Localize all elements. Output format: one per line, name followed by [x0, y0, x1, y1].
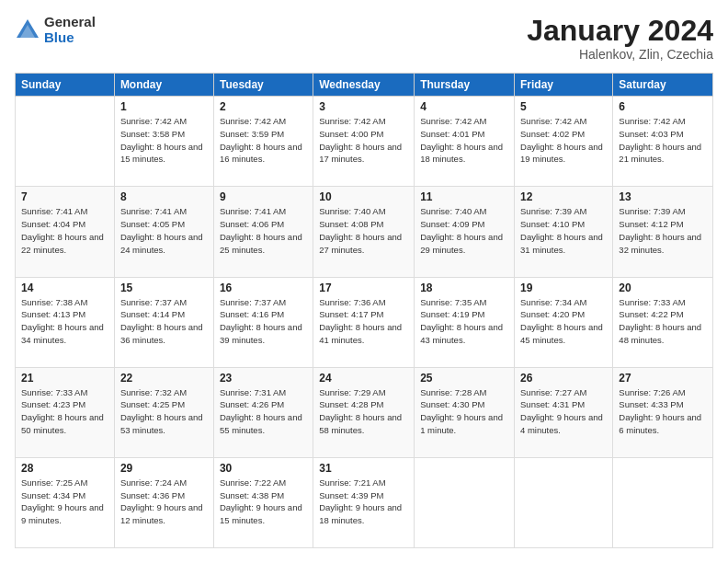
- day-number: 7: [21, 190, 108, 203]
- calendar-cell: 3Sunrise: 7:42 AMSunset: 4:00 PMDaylight…: [313, 97, 415, 187]
- calendar-cell: 1Sunrise: 7:42 AMSunset: 3:58 PMDaylight…: [114, 97, 213, 187]
- calendar-cell: 28Sunrise: 7:25 AMSunset: 4:34 PMDayligh…: [16, 457, 115, 547]
- calendar-cell: 19Sunrise: 7:34 AMSunset: 4:20 PMDayligh…: [515, 277, 613, 367]
- day-number: 30: [220, 462, 307, 475]
- header-monday: Monday: [114, 74, 213, 97]
- day-number: 2: [220, 100, 307, 113]
- calendar-cell: 10Sunrise: 7:40 AMSunset: 4:08 PMDayligh…: [313, 187, 415, 277]
- day-info: Sunrise: 7:39 AMSunset: 4:12 PMDaylight:…: [619, 206, 701, 254]
- calendar-cell: 30Sunrise: 7:22 AMSunset: 4:38 PMDayligh…: [213, 457, 313, 547]
- day-number: 31: [319, 462, 408, 475]
- day-info: Sunrise: 7:41 AMSunset: 4:05 PMDaylight:…: [120, 206, 203, 254]
- day-number: 4: [420, 100, 508, 113]
- day-number: 9: [220, 190, 307, 203]
- calendar-cell: 23Sunrise: 7:31 AMSunset: 4:26 PMDayligh…: [213, 367, 313, 457]
- day-info: Sunrise: 7:29 AMSunset: 4:28 PMDaylight:…: [319, 387, 402, 435]
- day-number: 6: [619, 100, 707, 113]
- day-info: Sunrise: 7:42 AMSunset: 4:01 PMDaylight:…: [420, 116, 503, 164]
- calendar-page: General Blue January 2024 Halenkov, Zlin…: [0, 0, 728, 563]
- day-number: 18: [420, 282, 508, 294]
- calendar-cell: 7Sunrise: 7:41 AMSunset: 4:04 PMDaylight…: [16, 187, 115, 277]
- weekday-header-row: Sunday Monday Tuesday Wednesday Thursday…: [16, 74, 713, 97]
- day-number: 21: [21, 372, 108, 385]
- day-info: Sunrise: 7:21 AMSunset: 4:39 PMDaylight:…: [319, 477, 402, 525]
- day-info: Sunrise: 7:41 AMSunset: 4:06 PMDaylight:…: [220, 206, 302, 254]
- day-info: Sunrise: 7:31 AMSunset: 4:26 PMDaylight:…: [220, 387, 302, 435]
- calendar-cell: 17Sunrise: 7:36 AMSunset: 4:17 PMDayligh…: [313, 277, 415, 367]
- day-number: 19: [520, 282, 607, 294]
- calendar-cell: 26Sunrise: 7:27 AMSunset: 4:31 PMDayligh…: [515, 367, 613, 457]
- day-number: 12: [520, 190, 607, 203]
- logo-blue: Blue: [44, 30, 96, 46]
- day-number: 10: [319, 190, 408, 203]
- day-info: Sunrise: 7:42 AMSunset: 4:03 PMDaylight:…: [619, 116, 701, 164]
- day-number: 3: [319, 100, 408, 113]
- day-number: 25: [420, 372, 508, 385]
- calendar-week-row: 1Sunrise: 7:42 AMSunset: 3:58 PMDaylight…: [16, 97, 713, 187]
- calendar-cell: 2Sunrise: 7:42 AMSunset: 3:59 PMDaylight…: [213, 97, 313, 187]
- calendar-cell: 5Sunrise: 7:42 AMSunset: 4:02 PMDaylight…: [515, 97, 613, 187]
- calendar-cell: [16, 97, 115, 187]
- calendar-cell: 22Sunrise: 7:32 AMSunset: 4:25 PMDayligh…: [114, 367, 213, 457]
- calendar-cell: 4Sunrise: 7:42 AMSunset: 4:01 PMDaylight…: [415, 97, 515, 187]
- header-friday: Friday: [515, 74, 613, 97]
- calendar-cell: [613, 457, 713, 547]
- day-info: Sunrise: 7:40 AMSunset: 4:08 PMDaylight:…: [319, 206, 402, 254]
- day-number: 13: [619, 190, 707, 203]
- logo-text: General Blue: [44, 15, 96, 45]
- day-number: 11: [420, 190, 508, 203]
- header: General Blue January 2024 Halenkov, Zlin…: [15, 15, 713, 62]
- calendar-week-row: 21Sunrise: 7:33 AMSunset: 4:23 PMDayligh…: [16, 367, 713, 457]
- day-number: 20: [619, 282, 707, 294]
- calendar-cell: 25Sunrise: 7:28 AMSunset: 4:30 PMDayligh…: [415, 367, 515, 457]
- calendar-cell: 9Sunrise: 7:41 AMSunset: 4:06 PMDaylight…: [213, 187, 313, 277]
- header-tuesday: Tuesday: [213, 74, 313, 97]
- day-info: Sunrise: 7:32 AMSunset: 4:25 PMDaylight:…: [120, 387, 203, 435]
- calendar-week-row: 7Sunrise: 7:41 AMSunset: 4:04 PMDaylight…: [16, 187, 713, 277]
- day-info: Sunrise: 7:42 AMSunset: 4:02 PMDaylight:…: [520, 116, 603, 164]
- calendar-week-row: 14Sunrise: 7:38 AMSunset: 4:13 PMDayligh…: [16, 277, 713, 367]
- day-info: Sunrise: 7:42 AMSunset: 3:58 PMDaylight:…: [120, 116, 203, 164]
- day-number: 16: [220, 282, 307, 294]
- day-number: 14: [21, 282, 108, 294]
- day-info: Sunrise: 7:42 AMSunset: 4:00 PMDaylight:…: [319, 116, 402, 164]
- day-number: 1: [120, 100, 208, 113]
- day-number: 17: [319, 282, 408, 294]
- day-info: Sunrise: 7:40 AMSunset: 4:09 PMDaylight:…: [420, 206, 503, 254]
- day-number: 24: [319, 372, 408, 385]
- calendar-cell: 20Sunrise: 7:33 AMSunset: 4:22 PMDayligh…: [613, 277, 713, 367]
- calendar-week-row: 28Sunrise: 7:25 AMSunset: 4:34 PMDayligh…: [16, 457, 713, 547]
- day-info: Sunrise: 7:35 AMSunset: 4:19 PMDaylight:…: [420, 297, 503, 345]
- day-number: 27: [619, 372, 707, 385]
- calendar-cell: 16Sunrise: 7:37 AMSunset: 4:16 PMDayligh…: [213, 277, 313, 367]
- day-info: Sunrise: 7:26 AMSunset: 4:33 PMDaylight:…: [619, 387, 701, 435]
- calendar-cell: [515, 457, 613, 547]
- day-info: Sunrise: 7:33 AMSunset: 4:22 PMDaylight:…: [619, 297, 701, 345]
- header-thursday: Thursday: [415, 74, 515, 97]
- logo: General Blue: [15, 15, 96, 45]
- day-number: 29: [120, 462, 208, 475]
- day-number: 5: [520, 100, 607, 113]
- day-number: 22: [120, 372, 208, 385]
- day-info: Sunrise: 7:42 AMSunset: 3:59 PMDaylight:…: [220, 116, 302, 164]
- day-info: Sunrise: 7:34 AMSunset: 4:20 PMDaylight:…: [520, 297, 603, 345]
- day-info: Sunrise: 7:28 AMSunset: 4:30 PMDaylight:…: [420, 387, 503, 435]
- day-number: 23: [220, 372, 307, 385]
- day-info: Sunrise: 7:24 AMSunset: 4:36 PMDaylight:…: [120, 477, 203, 525]
- calendar-cell: 24Sunrise: 7:29 AMSunset: 4:28 PMDayligh…: [313, 367, 415, 457]
- location-subtitle: Halenkov, Zlin, Czechia: [527, 47, 713, 62]
- logo-icon: [15, 17, 40, 43]
- calendar-cell: 18Sunrise: 7:35 AMSunset: 4:19 PMDayligh…: [415, 277, 515, 367]
- day-info: Sunrise: 7:37 AMSunset: 4:14 PMDaylight:…: [120, 297, 203, 345]
- calendar-cell: 21Sunrise: 7:33 AMSunset: 4:23 PMDayligh…: [16, 367, 115, 457]
- day-number: 8: [120, 190, 208, 203]
- day-info: Sunrise: 7:38 AMSunset: 4:13 PMDaylight:…: [21, 297, 104, 345]
- day-info: Sunrise: 7:41 AMSunset: 4:04 PMDaylight:…: [21, 206, 104, 254]
- header-saturday: Saturday: [613, 74, 713, 97]
- day-info: Sunrise: 7:39 AMSunset: 4:10 PMDaylight:…: [520, 206, 603, 254]
- calendar-cell: 14Sunrise: 7:38 AMSunset: 4:13 PMDayligh…: [16, 277, 115, 367]
- day-info: Sunrise: 7:25 AMSunset: 4:34 PMDaylight:…: [21, 477, 104, 525]
- header-sunday: Sunday: [16, 74, 115, 97]
- calendar-cell: 27Sunrise: 7:26 AMSunset: 4:33 PMDayligh…: [613, 367, 713, 457]
- title-block: January 2024 Halenkov, Zlin, Czechia: [527, 15, 713, 62]
